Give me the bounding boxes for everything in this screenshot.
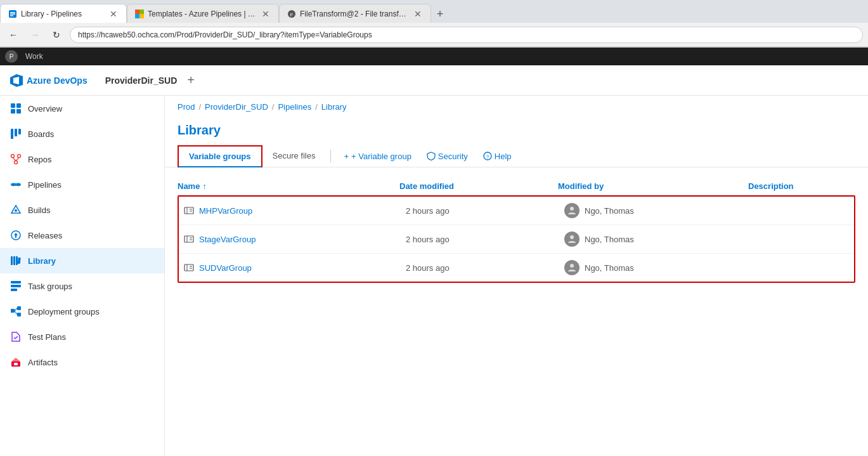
svg-rect-2 xyxy=(10,13,15,15)
overview-icon xyxy=(10,103,22,114)
tab1-close[interactable]: ✕ xyxy=(108,9,119,19)
svg-rect-4 xyxy=(135,10,139,14)
pipelines-icon xyxy=(10,179,22,190)
sidebar-item-releases[interactable]: Releases xyxy=(0,223,164,248)
svg-rect-3 xyxy=(10,15,13,16)
sidebar-item-boards-label: Boards xyxy=(28,129,54,139)
sidebar-item-artifacts[interactable]: Artifacts xyxy=(0,349,164,375)
page-title: Library xyxy=(178,123,855,138)
back-button[interactable]: ← xyxy=(5,27,22,43)
svg-rect-32 xyxy=(16,256,18,265)
azure-devops-logo[interactable]: Azure DevOps xyxy=(10,74,87,87)
content-area: Prod / ProviderDir_SUD / Pipelines / Lib… xyxy=(165,96,868,456)
modified-by-1: Ngo, Thomas xyxy=(564,231,755,247)
variable-groups-tab-btn[interactable]: Variable groups xyxy=(179,147,261,167)
reload-button[interactable]: ↻ xyxy=(48,27,65,43)
svg-point-21 xyxy=(15,161,18,164)
modified-by-text-2: Ngo, Thomas xyxy=(585,263,634,273)
col-date-modified[interactable]: Date modified xyxy=(399,181,558,191)
sort-asc-icon: ↑ xyxy=(202,181,207,191)
svg-line-40 xyxy=(15,308,17,311)
sidebar-item-boards[interactable]: Boards xyxy=(0,121,164,147)
var-group-name-1: StageVarGroup xyxy=(184,234,406,244)
svg-rect-5 xyxy=(139,10,144,14)
date-modified-1: 2 hours ago xyxy=(406,235,564,244)
user-avatar[interactable]: P xyxy=(5,50,18,63)
browser-tab-2[interactable]: Templates - Azure Pipelines | Mic... ✕ xyxy=(127,4,279,23)
test-plans-icon xyxy=(10,331,22,342)
svg-rect-37 xyxy=(11,309,15,313)
add-variable-group-btn[interactable]: + + Variable group xyxy=(336,148,418,165)
sidebar-item-overview[interactable]: Overview xyxy=(0,96,164,121)
app: Azure DevOps ProviderDir_SUD + Overview … xyxy=(0,65,868,456)
address-bar: ← → ↻ xyxy=(0,23,868,47)
table-row[interactable]: MHPVarGroup 2 hours ago Ngo, Thomas xyxy=(179,197,854,225)
sidebar-item-deployment-groups[interactable]: Deployment groups xyxy=(0,299,164,324)
modified-by-text-1: Ngo, Thomas xyxy=(585,235,634,244)
add-project-button[interactable]: + xyxy=(187,73,195,88)
main-content: Overview Boards Repos Pipe xyxy=(0,96,868,456)
org-name[interactable]: ProviderDir_SUD xyxy=(105,75,178,86)
security-btn[interactable]: Security xyxy=(419,148,476,165)
breadcrumb-prod[interactable]: Prod xyxy=(178,102,195,112)
svg-marker-11 xyxy=(13,77,19,84)
browser-tab-3[interactable]: F FileTransform@2 - File transform... ✕ xyxy=(279,4,431,23)
sidebar-item-library[interactable]: Library xyxy=(0,248,164,273)
tab3-close[interactable]: ✕ xyxy=(413,9,423,19)
sidebar-item-overview-label: Overview xyxy=(28,104,62,114)
forward-button[interactable]: → xyxy=(27,27,43,43)
sidebar-item-task-groups[interactable]: Task groups xyxy=(0,273,164,299)
tab1-title: Library - Pipelines xyxy=(21,10,105,18)
svg-line-22 xyxy=(13,158,16,161)
new-tab-button[interactable]: + xyxy=(431,5,449,23)
sidebar-item-pipelines-label: Pipelines xyxy=(28,180,62,190)
sidebar-item-repos-label: Repos xyxy=(28,155,52,164)
var-group-icon-0 xyxy=(184,205,194,216)
tab-variable-groups[interactable]: Variable groups xyxy=(178,145,262,167)
table-row[interactable]: SUDVarGroup 2 hours ago Ngo, Thomas xyxy=(179,254,854,282)
svg-line-23 xyxy=(16,158,19,161)
svg-rect-35 xyxy=(11,285,21,287)
sidebar-item-test-plans-label: Test Plans xyxy=(28,332,66,342)
tab2-title: Templates - Azure Pipelines | Mic... xyxy=(148,10,257,18)
svg-rect-17 xyxy=(15,129,17,136)
svg-rect-39 xyxy=(17,313,21,316)
var-group-name-text-1: StageVarGroup xyxy=(199,235,256,244)
breadcrumb-sep-1: / xyxy=(198,102,201,112)
svg-rect-38 xyxy=(17,306,21,310)
svg-rect-15 xyxy=(16,109,21,114)
svg-rect-18 xyxy=(18,129,21,134)
tabs-bar: Variable groups Secure files + + Variabl… xyxy=(165,140,868,167)
breadcrumb-providerdir[interactable]: ProviderDir_SUD xyxy=(205,102,268,112)
secure-files-tab-btn[interactable]: Secure files xyxy=(262,146,326,167)
plus-icon: + xyxy=(344,152,349,161)
svg-rect-44 xyxy=(14,363,18,365)
svg-point-20 xyxy=(18,155,21,158)
tab2-favicon xyxy=(135,10,144,18)
url-input[interactable] xyxy=(70,27,863,43)
help-btn[interactable]: ? Help xyxy=(476,148,519,165)
sidebar-item-pipelines[interactable]: Pipelines xyxy=(0,172,164,197)
svg-rect-36 xyxy=(11,289,17,291)
col-name[interactable]: Name ↑ xyxy=(178,181,399,191)
avatar-0 xyxy=(564,203,580,218)
repos-icon xyxy=(10,153,22,165)
sidebar-item-deployment-groups-label: Deployment groups xyxy=(28,307,100,316)
breadcrumb-pipelines[interactable]: Pipelines xyxy=(278,102,311,112)
table-row[interactable]: StageVarGroup 2 hours ago Ngo, Thomas xyxy=(179,225,854,254)
var-group-icon-1 xyxy=(184,234,194,244)
browser-tab-1[interactable]: Library - Pipelines ✕ xyxy=(0,4,127,23)
col-modified-by[interactable]: Modified by xyxy=(558,181,748,191)
breadcrumb-library[interactable]: Library xyxy=(321,102,347,112)
svg-line-41 xyxy=(15,311,17,315)
sidebar-item-releases-label: Releases xyxy=(28,231,62,240)
svg-point-26 xyxy=(17,183,20,186)
sidebar-item-repos[interactable]: Repos xyxy=(0,147,164,172)
sidebar-item-builds[interactable]: Builds xyxy=(0,197,164,223)
svg-point-25 xyxy=(12,183,15,186)
col-description[interactable]: Description xyxy=(748,181,855,191)
tab2-close[interactable]: ✕ xyxy=(261,9,271,19)
breadcrumb: Prod / ProviderDir_SUD / Pipelines / Lib… xyxy=(165,96,868,118)
sidebar-item-test-plans[interactable]: Test Plans xyxy=(0,324,164,349)
work-tab[interactable]: Work xyxy=(20,48,48,65)
